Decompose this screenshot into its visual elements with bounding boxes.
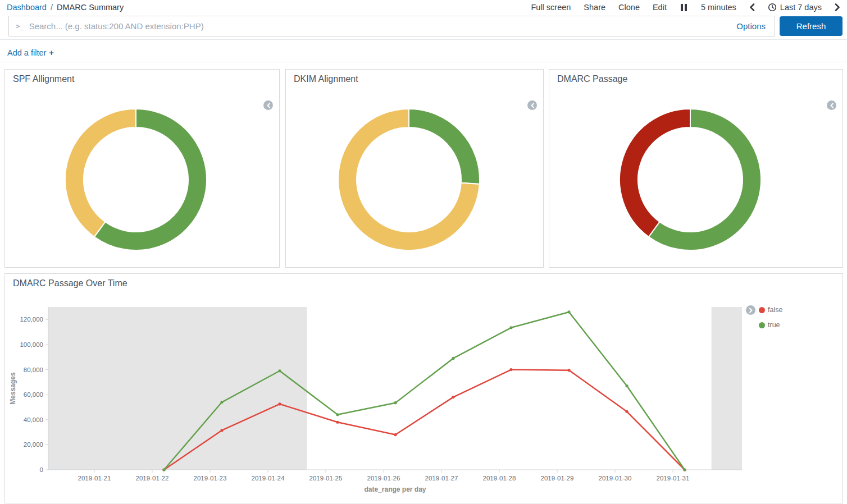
nav-item-edit[interactable]: Edit [653,3,667,12]
breadcrumb-separator: / [51,3,53,12]
time-range-picker[interactable]: Last 7 days [768,3,822,12]
time-range-label: Last 7 days [780,3,822,12]
add-filter-label: Add a filter [7,48,46,57]
chevron-left-icon [830,103,834,108]
breadcrumb-current: DMARC Summary [57,3,124,12]
endzone [712,307,742,470]
legend-dot-true [759,322,765,328]
chevron-right-icon [835,3,840,11]
dkim-donut-chart [333,104,485,255]
data-point[interactable] [394,433,397,436]
legend-dot-false [759,307,765,313]
data-point[interactable] [278,402,281,405]
data-point[interactable] [452,357,454,360]
x-tick-label: 2019-01-25 [309,475,343,482]
data-point[interactable] [394,401,397,404]
header-divider [0,39,847,40]
breadcrumb-dashboard-link[interactable]: Dashboard [7,3,47,12]
y-axis-title: Messages [9,355,17,422]
pause-icon[interactable] [680,4,688,11]
x-tick-label: 2019-01-24 [252,475,285,482]
data-point[interactable] [625,384,628,387]
search-input[interactable] [29,21,728,31]
data-point[interactable] [220,429,223,432]
data-point[interactable] [567,369,570,372]
x-tick-label: 2019-01-28 [483,475,516,482]
chevron-left-icon [266,103,271,108]
breadcrumb: Dashboard / DMARC Summary [7,3,124,12]
donut-slice[interactable] [65,109,136,237]
data-point[interactable] [567,310,570,313]
nav-menu: Full screen Share Clone Edit 5 minutes L… [531,3,840,12]
query-prompt-icon: >_ [16,22,24,30]
data-point[interactable] [220,401,223,404]
y-axis-labels: 020,00040,00060,00080,000100,000120,000 [20,316,43,473]
y-tick-label: 100,000 [20,341,43,348]
y-tick-label: 80,000 [24,366,43,373]
line-chart-svg: 2019-01-212019-01-222019-01-232019-01-24… [5,274,844,503]
legend-label: true [768,321,780,329]
donut-svg [333,104,485,255]
line-chart: 2019-01-212019-01-222019-01-232019-01-24… [5,274,844,504]
legend-toggle-button[interactable] [827,100,836,110]
y-tick-label: 40,000 [24,416,43,423]
x-tick-label: 2019-01-21 [78,475,111,482]
legend-toggle-button[interactable] [527,100,537,110]
data-point[interactable] [452,396,454,398]
top-nav: Dashboard / DMARC Summary Full screen Sh… [0,0,847,15]
legend-label: false [768,306,782,314]
donut-svg [614,104,766,255]
data-point[interactable] [336,413,339,416]
legend-item-false[interactable]: false [759,306,782,314]
donut-slice[interactable] [409,109,480,184]
nav-item-fullscreen[interactable]: Full screen [531,3,571,12]
endzones [48,307,742,470]
options-link[interactable]: Options [727,21,775,31]
data-point[interactable] [162,468,165,471]
data-point[interactable] [683,468,686,471]
data-point[interactable] [509,368,512,371]
data-point[interactable] [509,326,512,329]
chart-legend: false true [759,306,782,329]
chevron-left-icon [749,3,755,11]
panel-spf-alignment: SPF Allignment [4,69,280,268]
donut-svg [60,104,212,255]
dashboard-page: Dashboard / DMARC Summary Full screen Sh… [0,0,847,504]
panel-dmarc-passage: DMARC Passage [549,69,843,268]
y-tick-label: 0 [40,466,43,473]
nav-item-clone[interactable]: Clone [618,3,640,12]
data-point[interactable] [278,369,281,372]
clock-icon [768,3,777,12]
x-tick-label: 2019-01-26 [367,475,400,482]
y-tick-label: 120,000 [20,316,43,323]
dmarc-donut-chart [614,104,766,255]
data-point[interactable] [625,410,628,413]
panel-title: DKIM Alignment [294,74,358,84]
spf-donut-chart [60,104,212,255]
endzone [48,307,307,470]
refresh-button[interactable]: Refresh [780,16,843,36]
x-tick-label: 2019-01-22 [136,475,169,482]
panel-dkim-alignment: DKIM Alignment [285,69,544,268]
add-filter-link[interactable]: Add a filter + [7,48,54,57]
legend-item-true[interactable]: true [759,321,782,329]
x-tick-label: 2019-01-31 [657,475,690,482]
donut-slice[interactable] [620,109,690,237]
panel-title: SPF Allignment [13,74,74,84]
data-point[interactable] [336,421,339,424]
time-prev-button[interactable] [749,3,755,11]
x-tick-label: 2019-01-27 [425,475,458,482]
panel-dmarc-passage-over-time: DMARC Passage Over Time 2019-01-212019-0… [4,273,843,503]
refresh-interval-label[interactable]: 5 minutes [701,3,736,12]
nav-item-share[interactable]: Share [584,3,605,12]
legend-toggle-button[interactable] [263,100,273,110]
filter-divider [0,62,847,62]
x-axis-title: date_range per day [48,485,742,493]
plus-icon: + [49,48,54,57]
search-bar: >_ Options [8,16,775,36]
legend-toggle-button[interactable] [746,305,755,315]
x-tick-label: 2019-01-29 [541,475,574,482]
time-next-button[interactable] [835,3,840,11]
x-tick-label: 2019-01-23 [194,475,227,482]
x-axis-labels: 2019-01-212019-01-222019-01-232019-01-24… [78,475,690,482]
